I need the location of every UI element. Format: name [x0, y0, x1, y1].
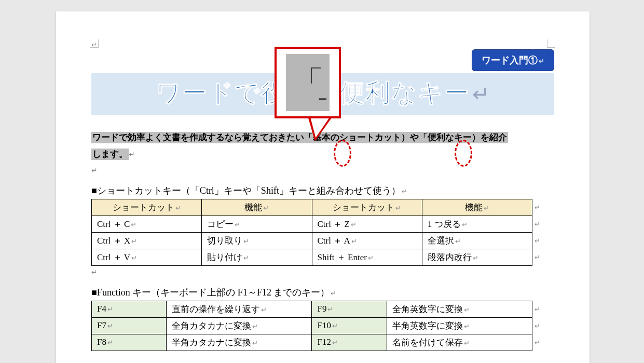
- annotation-circle-1: [334, 140, 351, 167]
- col-header: ショートカット↵: [92, 199, 202, 216]
- row-end-marks: ↵ ↵ ↵: [532, 301, 540, 351]
- paragraph-mark: ↵: [91, 268, 554, 277]
- paragraph-mark: ↵: [91, 166, 554, 175]
- table-row: F8↵ 半角カタカナに変換↵ F12↵ 名前を付けて保存↵: [92, 334, 532, 351]
- col-header: ショートカット↵: [312, 199, 422, 216]
- table-row: Ctrl ＋ C↵ コピー↵ Ctrl ＋ Z↵ 1 つ戻る↵: [92, 216, 532, 232]
- table-row: F7↵ 全角カタカナに変換↵ F10↵ 半角英数字に変換↵: [92, 317, 532, 334]
- shortcut-table: ショートカット↵ 機能↵ ショートカット↵ 機能↵ Ctrl ＋ C↵ コピー↵…: [91, 199, 532, 266]
- row-end-marks: ↵ ↵ ↵ ↵: [532, 199, 540, 266]
- table-row: Ctrl ＋ X↵ 切り取り↵ Ctrl ＋ A↵ 全選択↵: [92, 232, 532, 249]
- paragraph-mark: ↵: [129, 151, 135, 158]
- margin-mark-top-left: [90, 39, 99, 48]
- col-header: 機能↵: [422, 199, 532, 216]
- annotation-callout: 「: [275, 47, 341, 118]
- section1-heading: ■ショートカットキー（「Ctrl」キーや「Shift」キーと組み合わせて使う）↵: [91, 184, 554, 197]
- paragraph-mark: ↵: [539, 57, 544, 65]
- paragraph-mark: ↵: [472, 83, 490, 105]
- section1-heading-text: ■ショートカットキー（「Ctrl」キーや「Shift」キーと組み合わせて使う）: [91, 185, 401, 196]
- annotation-callout-tail: [303, 116, 333, 141]
- table-row: Ctrl ＋ V↵ 貼り付け↵ Shift ＋ Enter↵ 段落内改行↵: [92, 249, 532, 265]
- function-key-table: F4↵ 直前の操作を繰り返す↵ F9↵ 全角英数字に変換↵ F7↵ 全角カタカナ…: [91, 301, 532, 351]
- callout-zoom-symbol: 「: [286, 54, 330, 111]
- margin-mark-top-right: [547, 39, 555, 48]
- series-badge-label: ワード入門①: [482, 55, 538, 65]
- col-header: 機能↵: [202, 199, 312, 216]
- paragraph-mark: ↵: [331, 289, 336, 297]
- intro-line-1: ワードで効率よく文書を作成するなら覚えておきたい「基本のショートカット）や「便利…: [91, 132, 508, 143]
- annotation-circle-2: [455, 140, 472, 167]
- section2-heading-text: ■Function キー（キーボード上部の F1～F12 までのキー）: [91, 287, 330, 298]
- section2-heading: ■Function キー（キーボード上部の F1～F12 までのキー）↵: [91, 286, 554, 299]
- table-row: F4↵ 直前の操作を繰り返す↵ F9↵ 全角英数字に変換↵: [92, 301, 532, 317]
- series-badge: ワード入門①↵: [472, 49, 554, 71]
- table-header-row: ショートカット↵ 機能↵ ショートカット↵ 機能↵: [92, 199, 532, 216]
- paragraph-mark: ↵: [402, 187, 407, 195]
- intro-line-2: します。: [91, 149, 129, 160]
- document-page: ↵ ワード入門①↵ ワードで役立つ便利なキー↵ ワードで効率よく文書を作成するな…: [56, 11, 590, 363]
